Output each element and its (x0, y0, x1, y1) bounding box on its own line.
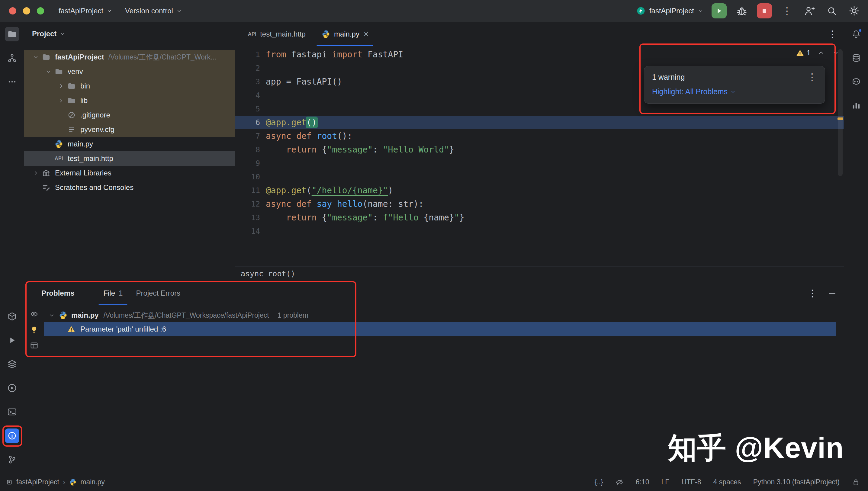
line-number: 2 (235, 64, 260, 73)
tree-item-external-libraries[interactable]: External Libraries (24, 166, 235, 180)
line-ending[interactable]: LF (661, 478, 670, 486)
chevron-down-icon[interactable] (30, 53, 41, 61)
right-stripe-top (849, 27, 864, 113)
chevron-right-icon[interactable] (30, 169, 41, 177)
tab-file[interactable]: File 1 (97, 281, 129, 305)
code-line-8[interactable]: 8 return {"message": "Hello World"} (235, 143, 844, 156)
problems-file-path: /Volumes/工作盘/ChatGPT_Workspace/fastApiPr… (104, 311, 269, 320)
code-line-1[interactable]: 1from fastapi import FastAPI (235, 48, 844, 61)
code-text: @app.get("/hello/{name}") (260, 185, 393, 195)
status-breadcrumb[interactable]: fastApiProject › main.py (6, 478, 105, 487)
more-actions-button[interactable]: ⋮ (780, 4, 794, 18)
tree-item-fastapiproject[interactable]: fastApiProject/Volumes/工作盘/ChatGPT_Work.… (24, 50, 235, 64)
folder-icon (41, 53, 51, 62)
stripe-notifications-button[interactable] (849, 27, 864, 41)
problems-actions: ⋮ (808, 288, 844, 298)
warning-stripe-mark[interactable] (838, 117, 843, 120)
project-panel-header[interactable]: Project (24, 22, 235, 46)
stripe-problems-button[interactable] (5, 429, 19, 443)
line-number: 6 (235, 118, 260, 127)
interpreter[interactable]: Python 3.10 (fastApiProject) (753, 478, 840, 486)
tree-item-main-py[interactable]: main.py (24, 137, 235, 151)
highlight-mode-selector[interactable]: Highlight: All Problems (652, 87, 817, 96)
stop-button[interactable] (757, 3, 772, 19)
stripe-more-options-button[interactable] (5, 75, 19, 89)
next-problem-button[interactable] (832, 49, 840, 57)
search-everywhere-button[interactable] (824, 4, 839, 18)
code-line-14[interactable]: 14 (235, 224, 844, 238)
code-line-5[interactable]: 5 (235, 102, 844, 116)
chevron-right-icon[interactable] (56, 82, 66, 90)
editor-tab-main-py[interactable]: main.py× (314, 22, 376, 46)
close-tab-icon[interactable]: × (364, 29, 369, 39)
code-line-11[interactable]: 11@app.get("/hello/{name}") (235, 183, 844, 197)
stripe-profiler-button[interactable] (849, 98, 864, 113)
stripe-run-button[interactable] (5, 333, 19, 348)
chevron-down-icon[interactable] (43, 68, 54, 75)
inspection-warning-chip[interactable]: 1 (796, 49, 811, 57)
code-text: app = FastAPI() (260, 77, 342, 87)
stripe-database-button[interactable] (849, 51, 864, 65)
previous-problem-button[interactable] (817, 49, 825, 57)
problems-file-row[interactable]: main.py /Volumes/工作盘/ChatGPT_Workspace/f… (44, 308, 844, 322)
profiler-icon (851, 100, 861, 111)
editor-tab-test-main-http[interactable]: APItest_main.http (240, 22, 314, 46)
stripe-copilot-button[interactable] (849, 75, 864, 89)
tree-item-scratches-and-consoles[interactable]: Scratches and Consoles (24, 180, 235, 195)
close-window-button[interactable] (9, 7, 16, 15)
stripe-git-branch-button[interactable] (5, 452, 19, 467)
tree-item--gitignore[interactable]: .gitignore (24, 108, 235, 122)
lock-icon[interactable] (852, 478, 860, 487)
problems-options-button[interactable]: ⋮ (808, 288, 817, 298)
vcs-menu[interactable]: Version control (121, 4, 186, 18)
tab-project-errors[interactable]: Project Errors (129, 281, 187, 305)
http-file-icon: API (54, 156, 64, 161)
add-user-button[interactable] (802, 4, 817, 18)
stripe-structure-button[interactable] (5, 51, 19, 65)
warning-count: 1 (807, 49, 811, 57)
code-line-9[interactable]: 9 (235, 156, 844, 170)
minimize-window-button[interactable] (23, 7, 30, 15)
encoding[interactable]: UTF-8 (682, 478, 701, 486)
code-line-7[interactable]: 7async def root(): (235, 129, 844, 143)
editor-breadcrumbs[interactable]: async root() (235, 266, 844, 281)
stripe-project-folder-button[interactable] (5, 27, 19, 41)
tree-item-pyvenv-cfg[interactable]: pyvenv.cfg (24, 122, 235, 137)
code-line-13[interactable]: 13 return {"message": f"Hello {name}"} (235, 211, 844, 224)
hide-panel-button[interactable] (829, 293, 835, 294)
code-style-indicator[interactable]: {..} (595, 478, 603, 486)
open-preview-panel-button[interactable] (30, 341, 39, 350)
folder-icon (54, 67, 64, 76)
stripe-python-packages-button[interactable] (5, 309, 19, 324)
inspection-popup-menu-button[interactable]: ⋮ (807, 72, 817, 82)
tree-item-path: /Volumes/工作盘/ChatGPT_Work... (109, 53, 216, 62)
stripe-python-console-button[interactable] (5, 381, 19, 395)
problem-item-row[interactable]: Parameter 'path' unfilled :6 (44, 322, 836, 336)
editor-scrollbar[interactable] (838, 49, 843, 176)
inspection-widget: 1 (796, 49, 840, 57)
preview-eye-button[interactable] (30, 310, 39, 319)
line-number: 7 (235, 132, 260, 140)
tree-item-venv[interactable]: venv (24, 64, 235, 79)
zoom-window-button[interactable] (37, 7, 44, 15)
inspections-off-icon[interactable] (615, 478, 624, 487)
run-config-selector[interactable]: fastApiProject (636, 6, 704, 16)
chevron-right-icon[interactable] (56, 97, 66, 104)
quick-fix-bulb-button[interactable] (30, 325, 39, 334)
stripe-terminal-button[interactable] (5, 405, 19, 419)
tree-item-test-main-http[interactable]: APItest_main.http (24, 151, 235, 166)
libraries-icon (41, 169, 51, 178)
code-line-12[interactable]: 12async def say_hello(name: str): (235, 197, 844, 211)
indent-style[interactable]: 4 spaces (713, 478, 741, 486)
code-line-6[interactable]: 6@app.get() (235, 116, 844, 129)
stripe-services-button[interactable] (5, 357, 19, 371)
tree-item-lib[interactable]: lib (24, 93, 235, 108)
settings-button[interactable] (847, 4, 861, 18)
debug-button[interactable] (734, 4, 749, 18)
editor-options-button[interactable]: ⋮ (828, 29, 837, 39)
caret-position[interactable]: 6:10 (636, 478, 649, 486)
run-button[interactable] (712, 3, 727, 19)
project-menu[interactable]: fastApiProject (54, 4, 117, 18)
code-line-10[interactable]: 10 (235, 170, 844, 183)
tree-item-bin[interactable]: bin (24, 79, 235, 93)
